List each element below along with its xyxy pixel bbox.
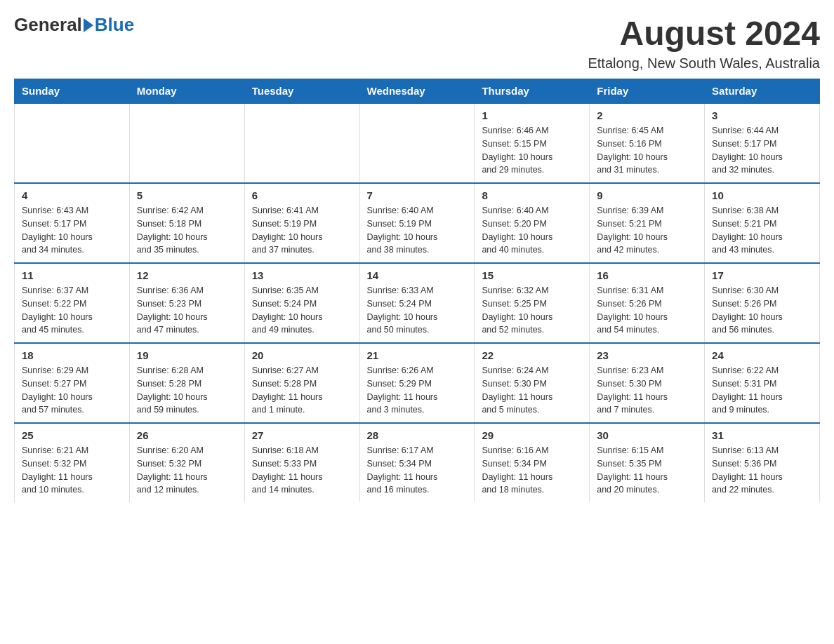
page-header: General Blue August 2024 Ettalong, New S… [14, 14, 820, 72]
day-info: Sunrise: 6:43 AMSunset: 5:17 PMDaylight:… [22, 204, 122, 257]
day-number: 19 [137, 349, 237, 361]
weekday-header-saturday: Saturday [705, 79, 820, 104]
day-info: Sunrise: 6:23 AMSunset: 5:30 PMDaylight:… [597, 364, 697, 417]
day-number: 26 [137, 429, 237, 441]
day-number: 27 [252, 429, 352, 441]
day-info: Sunrise: 6:26 AMSunset: 5:29 PMDaylight:… [367, 364, 468, 417]
logo-triangle-icon [84, 18, 93, 32]
day-info: Sunrise: 6:18 AMSunset: 5:33 PMDaylight:… [252, 444, 352, 497]
calendar-cell: 13Sunrise: 6:35 AMSunset: 5:24 PMDayligh… [244, 263, 359, 343]
logo: General Blue [14, 14, 134, 36]
calendar-cell: 2Sunrise: 6:45 AMSunset: 5:16 PMDaylight… [590, 103, 705, 183]
month-title: August 2024 [588, 14, 820, 53]
calendar-cell: 8Sunrise: 6:40 AMSunset: 5:20 PMDaylight… [475, 183, 590, 263]
day-number: 28 [367, 429, 468, 441]
day-number: 4 [22, 189, 122, 201]
day-number: 2 [597, 109, 697, 121]
calendar-cell: 14Sunrise: 6:33 AMSunset: 5:24 PMDayligh… [359, 263, 475, 343]
day-number: 18 [22, 349, 122, 361]
day-number: 3 [712, 109, 812, 121]
calendar-cell: 22Sunrise: 6:24 AMSunset: 5:30 PMDayligh… [475, 343, 590, 423]
day-number: 14 [367, 269, 468, 281]
day-info: Sunrise: 6:33 AMSunset: 5:24 PMDaylight:… [367, 284, 468, 337]
calendar-cell: 7Sunrise: 6:40 AMSunset: 5:19 PMDaylight… [359, 183, 475, 263]
day-info: Sunrise: 6:38 AMSunset: 5:21 PMDaylight:… [712, 204, 812, 257]
day-info: Sunrise: 6:36 AMSunset: 5:23 PMDaylight:… [137, 284, 237, 337]
day-number: 12 [137, 269, 237, 281]
day-info: Sunrise: 6:13 AMSunset: 5:36 PMDaylight:… [712, 444, 812, 497]
calendar-cell: 27Sunrise: 6:18 AMSunset: 5:33 PMDayligh… [244, 423, 359, 502]
calendar-cell [129, 103, 244, 183]
day-info: Sunrise: 6:40 AMSunset: 5:20 PMDaylight:… [482, 204, 582, 257]
day-info: Sunrise: 6:31 AMSunset: 5:26 PMDaylight:… [597, 284, 697, 337]
weekday-header-friday: Friday [590, 79, 705, 104]
weekday-header-thursday: Thursday [475, 79, 590, 104]
day-info: Sunrise: 6:20 AMSunset: 5:32 PMDaylight:… [137, 444, 237, 497]
calendar-cell: 10Sunrise: 6:38 AMSunset: 5:21 PMDayligh… [705, 183, 820, 263]
day-info: Sunrise: 6:22 AMSunset: 5:31 PMDaylight:… [712, 364, 812, 417]
day-number: 9 [597, 189, 697, 201]
day-info: Sunrise: 6:17 AMSunset: 5:34 PMDaylight:… [367, 444, 468, 497]
day-number: 30 [597, 429, 697, 441]
day-number: 1 [482, 109, 582, 121]
calendar-cell: 23Sunrise: 6:23 AMSunset: 5:30 PMDayligh… [590, 343, 705, 423]
day-number: 15 [482, 269, 582, 281]
day-number: 7 [367, 189, 468, 201]
day-number: 23 [597, 349, 697, 361]
calendar-cell: 4Sunrise: 6:43 AMSunset: 5:17 PMDaylight… [15, 183, 130, 263]
day-number: 25 [22, 429, 122, 441]
day-number: 22 [482, 349, 582, 361]
calendar-cell: 26Sunrise: 6:20 AMSunset: 5:32 PMDayligh… [129, 423, 244, 502]
calendar-cell: 31Sunrise: 6:13 AMSunset: 5:36 PMDayligh… [705, 423, 820, 502]
day-number: 11 [22, 269, 122, 281]
calendar-cell [15, 103, 130, 183]
day-info: Sunrise: 6:30 AMSunset: 5:26 PMDaylight:… [712, 284, 812, 337]
day-info: Sunrise: 6:16 AMSunset: 5:34 PMDaylight:… [482, 444, 582, 497]
calendar-cell [359, 103, 475, 183]
day-info: Sunrise: 6:35 AMSunset: 5:24 PMDaylight:… [252, 284, 352, 337]
weekday-header-row: SundayMondayTuesdayWednesdayThursdayFrid… [15, 79, 820, 104]
day-number: 29 [482, 429, 582, 441]
calendar-cell: 3Sunrise: 6:44 AMSunset: 5:17 PMDaylight… [705, 103, 820, 183]
calendar-cell: 15Sunrise: 6:32 AMSunset: 5:25 PMDayligh… [475, 263, 590, 343]
calendar-cell: 21Sunrise: 6:26 AMSunset: 5:29 PMDayligh… [359, 343, 475, 423]
day-number: 31 [712, 429, 812, 441]
calendar-week-row-5: 25Sunrise: 6:21 AMSunset: 5:32 PMDayligh… [15, 423, 820, 502]
calendar-cell: 24Sunrise: 6:22 AMSunset: 5:31 PMDayligh… [705, 343, 820, 423]
logo-general-text: General [14, 14, 82, 36]
calendar-cell: 1Sunrise: 6:46 AMSunset: 5:15 PMDaylight… [475, 103, 590, 183]
title-block: August 2024 Ettalong, New South Wales, A… [588, 14, 820, 72]
day-info: Sunrise: 6:24 AMSunset: 5:30 PMDaylight:… [482, 364, 582, 417]
calendar-week-row-3: 11Sunrise: 6:37 AMSunset: 5:22 PMDayligh… [15, 263, 820, 343]
day-number: 5 [137, 189, 237, 201]
day-info: Sunrise: 6:27 AMSunset: 5:28 PMDaylight:… [252, 364, 352, 417]
calendar-cell: 30Sunrise: 6:15 AMSunset: 5:35 PMDayligh… [590, 423, 705, 502]
day-number: 13 [252, 269, 352, 281]
calendar-cell: 5Sunrise: 6:42 AMSunset: 5:18 PMDaylight… [129, 183, 244, 263]
day-info: Sunrise: 6:15 AMSunset: 5:35 PMDaylight:… [597, 444, 697, 497]
day-info: Sunrise: 6:28 AMSunset: 5:28 PMDaylight:… [137, 364, 237, 417]
calendar-cell: 28Sunrise: 6:17 AMSunset: 5:34 PMDayligh… [359, 423, 475, 502]
calendar-header: SundayMondayTuesdayWednesdayThursdayFrid… [15, 79, 820, 104]
day-info: Sunrise: 6:29 AMSunset: 5:27 PMDaylight:… [22, 364, 122, 417]
calendar-cell: 9Sunrise: 6:39 AMSunset: 5:21 PMDaylight… [590, 183, 705, 263]
weekday-header-tuesday: Tuesday [244, 79, 359, 104]
day-info: Sunrise: 6:46 AMSunset: 5:15 PMDaylight:… [482, 124, 582, 177]
day-info: Sunrise: 6:44 AMSunset: 5:17 PMDaylight:… [712, 124, 812, 177]
day-info: Sunrise: 6:37 AMSunset: 5:22 PMDaylight:… [22, 284, 122, 337]
day-number: 17 [712, 269, 812, 281]
calendar-cell: 25Sunrise: 6:21 AMSunset: 5:32 PMDayligh… [15, 423, 130, 502]
calendar-cell: 29Sunrise: 6:16 AMSunset: 5:34 PMDayligh… [475, 423, 590, 502]
day-info: Sunrise: 6:21 AMSunset: 5:32 PMDaylight:… [22, 444, 122, 497]
calendar-cell: 6Sunrise: 6:41 AMSunset: 5:19 PMDaylight… [244, 183, 359, 263]
day-number: 20 [252, 349, 352, 361]
location-title: Ettalong, New South Wales, Australia [588, 55, 820, 72]
day-number: 10 [712, 189, 812, 201]
calendar-week-row-1: 1Sunrise: 6:46 AMSunset: 5:15 PMDaylight… [15, 103, 820, 183]
day-info: Sunrise: 6:39 AMSunset: 5:21 PMDaylight:… [597, 204, 697, 257]
day-info: Sunrise: 6:42 AMSunset: 5:18 PMDaylight:… [137, 204, 237, 257]
calendar-week-row-4: 18Sunrise: 6:29 AMSunset: 5:27 PMDayligh… [15, 343, 820, 423]
weekday-header-monday: Monday [129, 79, 244, 104]
calendar-week-row-2: 4Sunrise: 6:43 AMSunset: 5:17 PMDaylight… [15, 183, 820, 263]
day-number: 6 [252, 189, 352, 201]
